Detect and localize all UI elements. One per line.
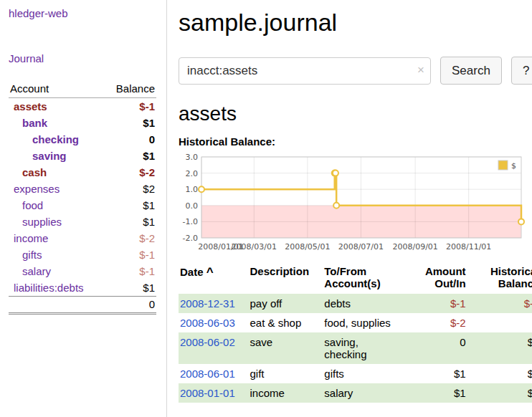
account-row: assets $-1 — [9, 98, 156, 115]
account-link-food[interactable]: food — [10, 199, 43, 211]
svg-text:2008/07/01: 2008/07/01 — [338, 242, 384, 251]
account-row: food $1 — [9, 197, 156, 214]
search-box: × — [179, 57, 431, 85]
sidebar: hledger-web Journal Account Balance asse… — [0, 0, 167, 417]
transaction-row: 2008-06-03 eat & shop food, supplies $-2… — [179, 313, 532, 332]
account-row: checking 0 — [9, 131, 156, 148]
transaction-date-link[interactable]: 2008-06-01 — [180, 368, 235, 380]
account-row: cash $-2 — [9, 164, 156, 181]
transaction-description: pay off — [249, 294, 323, 313]
account-balance: $2 — [143, 183, 155, 195]
date-column-header[interactable]: Date ^ — [179, 262, 249, 294]
transaction-balance: $2 — [467, 332, 532, 364]
account-row: gifts $-1 — [9, 246, 156, 263]
transaction-description: gift — [249, 364, 323, 383]
svg-text:3.0: 3.0 — [186, 153, 199, 162]
app-window: hledger-web Journal Account Balance asse… — [0, 0, 532, 417]
transaction-balance: $-1 — [467, 294, 532, 313]
app-title-link[interactable]: hledger-web — [9, 7, 156, 19]
account-row: expenses $2 — [9, 181, 156, 197]
svg-text:2008/09/01: 2008/09/01 — [392, 242, 437, 251]
transaction-accounts: food, supplies — [323, 313, 404, 332]
page-title: sample.journal — [179, 9, 532, 37]
balance-column-header: Balance — [116, 82, 155, 95]
transaction-amount: 0 — [404, 332, 467, 364]
transaction-date-link[interactable]: 2008-06-03 — [180, 317, 235, 329]
sidebar-item-journal[interactable]: Journal — [9, 52, 156, 64]
account-balance: 0 — [149, 133, 155, 145]
account-row: saving $1 — [9, 148, 156, 164]
transaction-accounts: debts — [323, 294, 404, 313]
transaction-row: 2008-01-01 income salary $1 $1 — [179, 383, 532, 403]
account-link-bank[interactable]: bank — [10, 117, 47, 129]
accounts-table: Account Balance assets $-1 bank $1 check… — [9, 80, 156, 315]
date-header-label: Date — [180, 266, 204, 278]
account-link-checking[interactable]: checking — [10, 133, 79, 145]
svg-text:2008/03/01: 2008/03/01 — [232, 242, 277, 251]
transaction-row: 2008-06-01 gift gifts $1 $2 — [179, 364, 532, 383]
help-button[interactable]: ? — [511, 57, 532, 85]
search-bar: × Search ? — [179, 57, 532, 85]
account-link-gifts[interactable]: gifts — [10, 249, 42, 261]
transaction-date-link[interactable]: 2008-12-31 — [180, 297, 235, 310]
account-row: liabilities:debts $1 — [9, 279, 156, 296]
svg-text:-1.0: -1.0 — [183, 217, 198, 226]
account-balance: $-1 — [139, 265, 155, 277]
transaction-balance: 0 — [467, 313, 532, 332]
transaction-amount: $-2 — [404, 313, 467, 332]
svg-text:$: $ — [511, 161, 516, 171]
account-link-saving[interactable]: saving — [10, 150, 67, 162]
transaction-row: 2008-12-31 pay off debts $-1 $-1 — [179, 294, 532, 313]
svg-text:2008/11/01: 2008/11/01 — [446, 242, 491, 251]
account-link-income[interactable]: income — [10, 232, 48, 244]
accounts-column-header: To/From Account(s) — [323, 262, 404, 294]
account-balance: $-1 — [139, 100, 155, 112]
search-input[interactable] — [179, 57, 431, 85]
account-balance: $1 — [143, 282, 155, 294]
transaction-date-link[interactable]: 2008-06-02 — [180, 336, 235, 348]
svg-text:2.0: 2.0 — [186, 169, 199, 178]
sort-ascending-icon: ^ — [206, 265, 214, 279]
svg-text:0.0: 0.0 — [186, 201, 199, 211]
main-content: sample.journal × Search ? assets Histori… — [167, 0, 532, 417]
account-link-salary[interactable]: salary — [10, 265, 51, 277]
account-link-liabilities-debts[interactable]: liabilities:debts — [10, 282, 84, 294]
accounts-total-row: 0 — [9, 296, 156, 315]
accounts-table-header: Account Balance — [9, 80, 156, 98]
account-balance: $-2 — [139, 166, 155, 178]
amount-column-header: Amount Out/In — [404, 262, 467, 294]
account-link-supplies[interactable]: supplies — [10, 216, 62, 228]
account-balance: $1 — [143, 150, 155, 162]
transaction-accounts: gifts — [323, 364, 404, 383]
transaction-description: save — [249, 332, 323, 364]
transactions-header-row: Date ^ Description To/From Account(s) Am… — [179, 262, 532, 294]
transaction-row: 2008-06-02 save saving, checking 0 $2 — [179, 332, 532, 364]
transaction-amount: $1 — [404, 364, 467, 383]
account-heading: assets — [179, 102, 532, 125]
search-button[interactable]: Search — [440, 57, 502, 85]
transaction-balance: $2 — [467, 364, 532, 383]
account-row: supplies $1 — [9, 214, 156, 230]
transaction-date-link[interactable]: 2008-01-01 — [180, 387, 235, 399]
account-balance: $1 — [143, 216, 155, 228]
description-column-header: Description — [249, 262, 323, 294]
account-link-expenses[interactable]: expenses — [10, 183, 60, 195]
transaction-amount: $1 — [404, 383, 467, 403]
svg-text:2008/05/01: 2008/05/01 — [285, 242, 330, 251]
chart-title: Historical Balance: — [179, 135, 532, 148]
svg-text:1.0: 1.0 — [186, 185, 199, 194]
account-link-assets[interactable]: assets — [10, 100, 47, 112]
account-column-header: Account — [10, 82, 49, 95]
accounts-total-value: 0 — [149, 298, 155, 310]
transaction-balance: $1 — [467, 383, 532, 403]
account-balance: $1 — [143, 117, 155, 129]
account-row: income $-2 — [9, 230, 156, 246]
transaction-accounts: saving, checking — [323, 332, 404, 364]
transaction-accounts: salary — [323, 383, 404, 403]
account-balance: $1 — [143, 199, 155, 211]
account-link-cash[interactable]: cash — [10, 166, 47, 178]
transaction-description: eat & shop — [249, 313, 323, 332]
transactions-table: Date ^ Description To/From Account(s) Am… — [179, 262, 532, 403]
clear-search-icon[interactable]: × — [417, 63, 424, 77]
account-row: salary $-1 — [9, 263, 156, 279]
